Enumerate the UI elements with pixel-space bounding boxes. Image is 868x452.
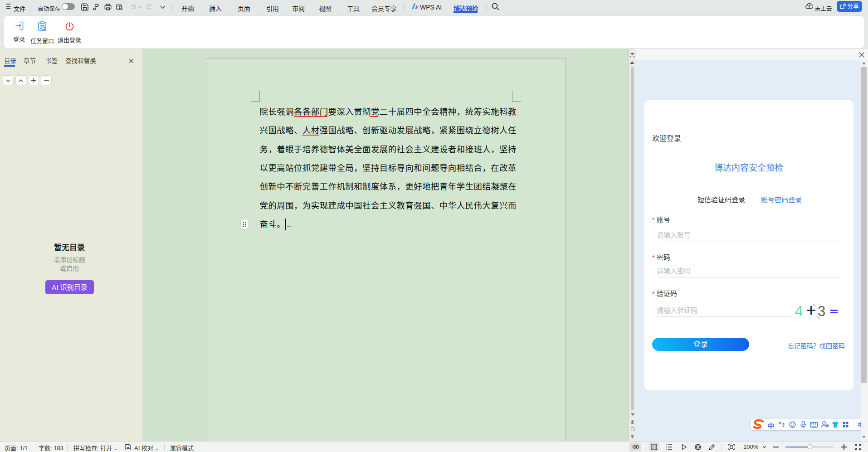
svg-text:32: 32	[826, 425, 829, 427]
